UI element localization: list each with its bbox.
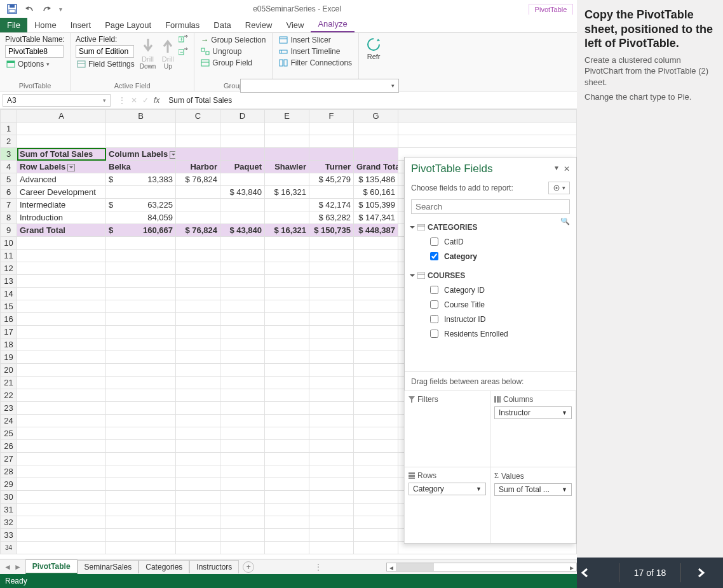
row-header[interactable]: 8 [1, 211, 17, 224]
row-header[interactable]: 24 [1, 415, 17, 427]
filter-connections-button[interactable]: Filter Connections [278, 58, 353, 68]
cell[interactable]: Shawler [265, 161, 309, 173]
cell[interactable]: $ 150,735 [309, 224, 354, 237]
field-category-label[interactable]: Category [444, 252, 477, 261]
row-header[interactable]: 27 [1, 453, 17, 465]
row-header[interactable]: 10 [1, 237, 17, 250]
cell[interactable] [176, 199, 220, 211]
cell[interactable]: $63,225 [106, 199, 176, 211]
tab-home[interactable]: Home [27, 18, 64, 32]
tab-review[interactable]: Review [238, 18, 280, 32]
cell[interactable]: Paquet [220, 161, 265, 173]
cell[interactable] [220, 199, 265, 211]
row-labels-filter-icon[interactable] [67, 164, 75, 171]
cell[interactable] [265, 173, 309, 186]
row-header[interactable]: 32 [1, 516, 17, 529]
select-all-cell[interactable] [1, 110, 17, 123]
sheet-tab-seminarsales[interactable]: SeminarSales [78, 560, 139, 573]
tab-file[interactable]: File [0, 18, 27, 32]
cell[interactable]: Harbor [176, 161, 220, 173]
cell[interactable] [309, 186, 354, 199]
columns-area[interactable]: Columns Instructor▼ [490, 391, 576, 467]
tab-view[interactable]: View [279, 18, 311, 32]
row-header[interactable]: 12 [1, 262, 17, 275]
row-header[interactable]: 3 [1, 148, 17, 161]
row-header[interactable]: 15 [1, 300, 17, 313]
cell[interactable]: Grand Total [17, 224, 106, 237]
row-header[interactable]: 9 [1, 224, 17, 237]
table-categories[interactable]: CATEGORIES [410, 223, 571, 232]
insert-slicer-button[interactable]: Insert Slicer [278, 35, 353, 45]
field-instructorid-checkbox[interactable] [430, 315, 438, 323]
add-sheet-button[interactable]: + [243, 561, 254, 573]
col-header-D[interactable]: D [220, 110, 265, 123]
next-step-button[interactable] [695, 567, 720, 578]
cell[interactable]: $ 42,174 [309, 199, 354, 211]
cell[interactable] [265, 211, 309, 224]
undo-icon[interactable] [24, 4, 35, 13]
prev-step-button[interactable] [579, 567, 605, 578]
row-header[interactable]: 34 [1, 542, 17, 554]
cell[interactable] [106, 186, 176, 199]
col-header-C[interactable]: C [176, 110, 220, 123]
row-header[interactable]: 33 [1, 529, 17, 542]
tab-formulas[interactable]: Formulas [158, 18, 206, 32]
field-residents-checkbox[interactable] [430, 330, 438, 338]
field-categoryid-checkbox[interactable] [430, 286, 438, 294]
cell-A4[interactable]: Row Labels [17, 161, 106, 173]
cell[interactable]: $ 76,824 [176, 224, 220, 237]
col-header-F[interactable]: F [309, 110, 354, 123]
field-instructorid-label[interactable]: Instructor ID [444, 315, 485, 324]
cell[interactable]: $ 76,824 [176, 173, 220, 186]
cell[interactable]: $ 16,321 [265, 186, 309, 199]
function-tree-icon[interactable]: ⋮ [118, 96, 126, 105]
tab-insert[interactable]: Insert [64, 18, 98, 32]
enter-formula-icon[interactable]: ✓ [142, 96, 149, 105]
cell[interactable]: $ 16,321 [265, 224, 309, 237]
search-icon[interactable]: 🔍 [560, 218, 570, 225]
row-header[interactable]: 25 [1, 427, 17, 440]
expand-field-icon[interactable]: + [179, 35, 189, 43]
row-header[interactable]: 2 [1, 135, 17, 148]
row-header[interactable]: 16 [1, 313, 17, 326]
row-header[interactable]: 7 [1, 199, 17, 211]
row-header[interactable]: 22 [1, 389, 17, 402]
name-box[interactable]: A3 ▾ [3, 94, 111, 107]
filters-area[interactable]: Filters [404, 391, 490, 467]
cell[interactable]: $ 45,279 [309, 173, 354, 186]
cell[interactable]: $ 60,161 [354, 186, 398, 199]
col-header-G[interactable]: G [354, 110, 398, 123]
rows-area[interactable]: Rows Category▼ [404, 467, 490, 544]
close-icon[interactable]: ✕ [564, 164, 570, 173]
rows-chip-category[interactable]: Category▼ [409, 483, 486, 495]
row-header[interactable]: 17 [1, 326, 17, 338]
formula-bar-input[interactable]: Sum of Total Sales [165, 95, 577, 106]
cell-A3[interactable]: Sum of Total Sales [17, 148, 106, 161]
save-icon[interactable] [7, 4, 17, 14]
cell[interactable]: $ 43,840 [220, 224, 265, 237]
cell[interactable]: Introduction [17, 211, 106, 224]
cell[interactable]: $ 448,387 [354, 224, 398, 237]
group-selection-button[interactable]: →Group Selection [199, 35, 267, 45]
field-catid-label[interactable]: CatID [444, 237, 464, 246]
cell[interactable] [265, 199, 309, 211]
insert-timeline-button[interactable]: Insert Timeline [278, 46, 353, 57]
cell[interactable]: Grand Total [354, 161, 398, 173]
row-header[interactable]: 29 [1, 478, 17, 491]
field-category-checkbox[interactable] [430, 252, 438, 260]
cancel-formula-icon[interactable]: ✕ [131, 96, 137, 105]
field-categoryid-label[interactable]: Category ID [444, 286, 485, 295]
column-labels-filter-icon[interactable] [170, 151, 175, 159]
pivottable-fields-pane[interactable]: PivotTable Fields ▼ ✕ Choose fields to a… [404, 157, 577, 544]
row-header[interactable]: 19 [1, 351, 17, 364]
field-settings-button[interactable]: Field Settings [76, 59, 136, 69]
cell[interactable] [220, 211, 265, 224]
tab-page-layout[interactable]: Page Layout [98, 18, 158, 32]
cell[interactable]: Intermediate [17, 199, 106, 211]
values-area[interactable]: ΣValues Sum of Total ...▼ [490, 467, 576, 544]
cell[interactable]: $13,383 [106, 173, 176, 186]
fx-icon[interactable]: fx [154, 96, 159, 105]
active-field-input[interactable] [76, 45, 134, 58]
ungroup-button[interactable]: Ungroup [199, 46, 267, 57]
options-button[interactable]: Options▾ [5, 59, 65, 69]
